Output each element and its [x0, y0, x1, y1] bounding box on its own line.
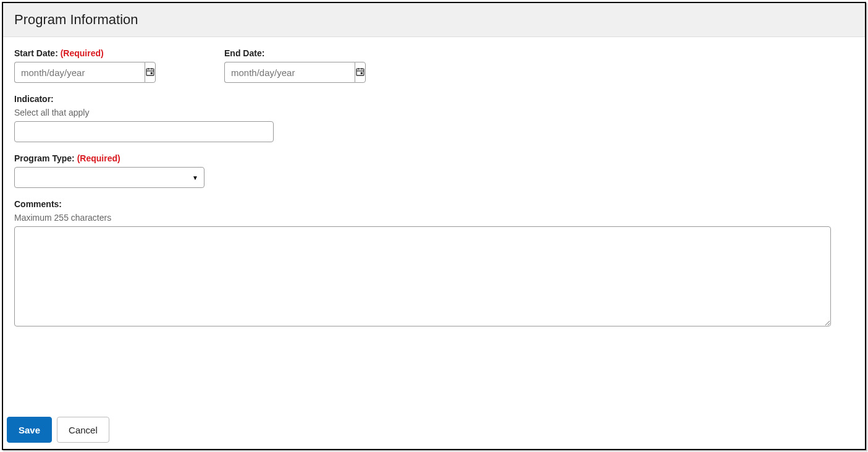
svg-rect-9: [361, 72, 363, 74]
footer-actions: Save Cancel: [3, 417, 865, 449]
start-date-picker-button[interactable]: [145, 62, 156, 83]
start-date-input[interactable]: [14, 62, 145, 83]
comments-field: Comments: Maximum 255 characters: [14, 199, 854, 329]
svg-rect-0: [146, 69, 154, 75]
program-information-panel: Program Information Start Date: (Require…: [2, 2, 866, 450]
cancel-button[interactable]: Cancel: [57, 417, 109, 443]
program-type-label: Program Type: (Required): [14, 153, 854, 163]
required-marker: (Required): [61, 48, 104, 58]
start-date-input-group: [14, 62, 143, 83]
calendar-icon: [145, 67, 155, 79]
required-marker: (Required): [77, 153, 120, 163]
start-date-field: Start Date: (Required): [14, 48, 224, 83]
indicator-field: Indicator: Select all that apply: [14, 94, 854, 142]
program-type-field: Program Type: (Required) ▼: [14, 153, 854, 188]
comments-helper: Maximum 255 characters: [14, 213, 854, 223]
program-type-select-wrap: ▼: [14, 167, 204, 188]
form-body: Start Date: (Required): [3, 37, 865, 417]
date-row: Start Date: (Required): [14, 48, 854, 94]
program-type-select[interactable]: [14, 167, 204, 188]
svg-rect-5: [356, 69, 364, 75]
page-title: Program Information: [14, 12, 854, 28]
panel-header: Program Information: [3, 3, 865, 37]
start-date-label: Start Date: (Required): [14, 48, 224, 58]
comments-textarea[interactable]: [14, 226, 831, 326]
end-date-picker-button[interactable]: [355, 62, 366, 83]
calendar-icon: [355, 67, 365, 79]
svg-rect-4: [151, 72, 153, 74]
save-button[interactable]: Save: [7, 417, 52, 443]
end-date-label: End Date:: [224, 48, 434, 58]
comments-label: Comments:: [14, 199, 854, 209]
end-date-field: End Date:: [224, 48, 434, 83]
end-date-input[interactable]: [224, 62, 355, 83]
indicator-helper: Select all that apply: [14, 108, 854, 117]
indicator-multiselect[interactable]: [14, 121, 274, 142]
indicator-label: Indicator:: [14, 94, 854, 104]
end-date-input-group: [224, 62, 353, 83]
